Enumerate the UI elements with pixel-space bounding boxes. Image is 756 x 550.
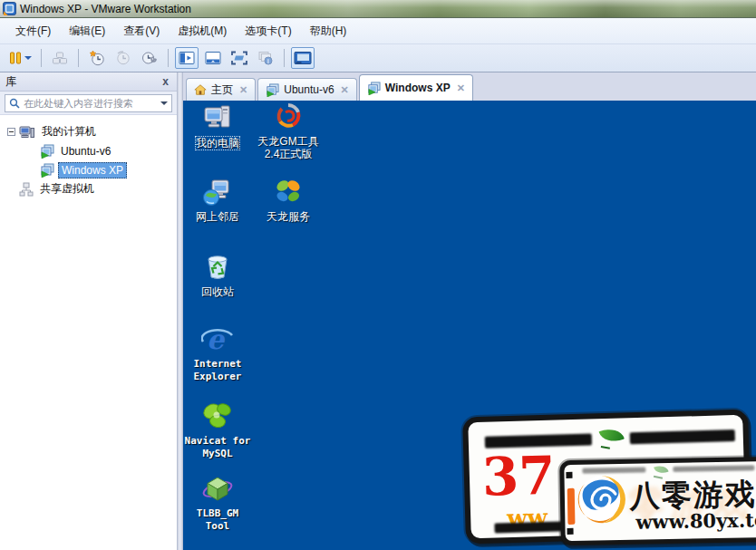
desktop-icon-tianlong-gm-tool[interactable]: 天龙GM工具 2.4正式版: [254, 101, 323, 160]
suspend-icon: [8, 51, 23, 65]
tree-item-label-selected: Windows XP: [58, 162, 127, 179]
toolbar-separator: [168, 49, 169, 67]
console-view-icon: [294, 51, 312, 65]
library-search-box[interactable]: [5, 94, 172, 112]
internet-explorer-icon: e: [201, 323, 234, 355]
menu-view[interactable]: 查看(V): [115, 20, 168, 43]
ctrl-alt-del-icon: [52, 51, 68, 65]
thumbnail-bar-icon: [205, 51, 221, 65]
stamp-mark: [567, 528, 574, 535]
desktop-icon-label: Navicat for MySQL: [185, 435, 251, 460]
watermark-stamp-front: 零游戏 八零游戏 www.80yx.top: [559, 457, 756, 545]
revert-snapshot-button[interactable]: [111, 47, 135, 69]
vm-desktop[interactable]: 我的电脑 天龙GM工具 2.4正式版: [183, 101, 756, 550]
svg-text:i: i: [267, 58, 269, 64]
recycle-bin-icon: [202, 252, 233, 283]
library-header: 库 x: [0, 72, 177, 92]
unity-mode-button[interactable]: i: [254, 47, 277, 69]
menu-vm[interactable]: 虚拟机(M): [170, 20, 235, 43]
menu-help[interactable]: 帮助(H): [302, 20, 355, 43]
power-dropdown-caret[interactable]: [24, 56, 32, 60]
library-search-input[interactable]: [24, 98, 157, 109]
desktop-icon-navicat[interactable]: Navicat for MySQL: [183, 400, 252, 460]
ctrl-alt-del-button[interactable]: [48, 47, 72, 69]
snapshot-manager-icon: [141, 50, 158, 66]
menu-tabs[interactable]: 选项卡(T): [237, 20, 299, 43]
tab-close-icon[interactable]: ✕: [239, 84, 247, 96]
library-close-icon[interactable]: x: [160, 76, 171, 87]
leaf-icon: [654, 463, 668, 476]
desktop-icon-recycle-bin[interactable]: 回收站: [183, 252, 252, 298]
window-titlebar[interactable]: Windows XP - VMware Workstation: [0, 0, 756, 18]
tree-item-windows-xp[interactable]: Windows XP: [0, 160, 177, 179]
redacted-text-bar: [494, 521, 567, 533]
menu-edit[interactable]: 编辑(E): [61, 20, 113, 43]
fullscreen-icon: [231, 51, 247, 65]
tab-close-icon[interactable]: ✕: [457, 82, 465, 94]
library-panel: 库 x: [0, 72, 178, 550]
take-snapshot-icon: [89, 50, 105, 66]
redacted-text-bar: [673, 465, 754, 472]
toolbar: i: [0, 44, 756, 72]
tab-label: Ubuntu-v6: [284, 83, 334, 96]
desktop-icon-label: 网上邻居: [196, 210, 239, 223]
my-computer-icon: [202, 103, 233, 134]
tab-label: Windows XP: [385, 82, 451, 94]
tianlong-service-icon: [273, 177, 304, 207]
library-search-row: [0, 92, 177, 115]
collapse-expander-icon[interactable]: [7, 128, 15, 136]
tab-close-icon[interactable]: ✕: [341, 84, 349, 96]
tab-home[interactable]: 主页 ✕: [186, 78, 256, 101]
menu-bar: 文件(F) 编辑(E) 查看(V) 虚拟机(M) 选项卡(T) 帮助(H): [0, 18, 756, 44]
console-view-button[interactable]: [291, 47, 315, 69]
80yx-logo-icon: [577, 475, 626, 525]
tab-strip: 主页 ✕ Ubuntu-v6 ✕: [183, 72, 756, 101]
revert-snapshot-icon: [115, 50, 131, 66]
tab-windows-xp[interactable]: Windows XP ✕: [359, 74, 473, 101]
vm-area: 主页 ✕ Ubuntu-v6 ✕: [183, 72, 756, 550]
tree-item-label: Ubuntu-v6: [58, 144, 113, 159]
window-title: Windows XP - VMware Workstation: [20, 3, 191, 15]
tab-ubuntu-v6[interactable]: Ubuntu-v6 ✕: [257, 78, 357, 101]
suspend-power-button[interactable]: [5, 47, 34, 69]
desktop-icon-my-computer[interactable]: 我的电脑: [183, 103, 252, 150]
tree-item-my-computer[interactable]: 我的计算机: [0, 122, 177, 141]
library-view-icon: [179, 51, 195, 65]
svg-text:e: e: [207, 323, 226, 355]
tree-item-shared-vms[interactable]: 共享虚拟机: [0, 179, 177, 198]
library-title: 库: [5, 74, 16, 90]
snapshot-manager-button[interactable]: [138, 47, 161, 69]
show-library-view-button[interactable]: [175, 47, 199, 69]
desktop-icon-internet-explorer[interactable]: e Internet Explorer: [183, 323, 252, 383]
search-dropdown-caret[interactable]: [160, 101, 168, 105]
stamp-mark: [566, 472, 572, 478]
desktop-icon-tianlong-service[interactable]: 天龙服务: [254, 177, 323, 223]
toolbar-separator: [41, 49, 42, 67]
unity-mode-icon: i: [257, 51, 274, 65]
fullscreen-button[interactable]: [228, 47, 251, 69]
toolbar-separator: [284, 49, 285, 67]
menu-file[interactable]: 文件(F): [7, 20, 59, 43]
desktop-icon-label: TLBB_GM Tool: [183, 507, 252, 533]
shared-vms-icon: [19, 182, 34, 197]
tree-item-label: 我的计算机: [39, 123, 99, 140]
vmware-logo-icon: [3, 2, 16, 15]
tree-item-ubuntu-v6[interactable]: Ubuntu-v6: [0, 141, 177, 160]
take-snapshot-button[interactable]: [85, 47, 109, 69]
watermark-site-url: www.80yx.top: [635, 508, 756, 534]
desktop-icon-tlbb-gm-tool[interactable]: TLBB_GM Tool: [183, 472, 252, 533]
vmware-workstation-window: Windows XP - VMware Workstation 文件(F) 编辑…: [0, 0, 756, 550]
show-thumbnail-bar-button[interactable]: [201, 47, 225, 69]
desktop-icon-label: Internet Explorer: [194, 358, 242, 383]
redacted-text-bar: [630, 429, 735, 444]
desktop-icon-network-places[interactable]: 网上邻居: [183, 177, 252, 223]
navicat-icon: [201, 400, 234, 432]
my-computer-tree-icon: [19, 125, 35, 140]
network-places-icon: [202, 177, 233, 207]
stamp-orange-bar: [567, 488, 576, 525]
home-icon: [194, 83, 207, 96]
leaf-icon: [599, 424, 625, 446]
vm-icon: [266, 83, 279, 97]
desktop-icon-label: 天龙服务: [267, 210, 310, 223]
watermark-number: 37: [481, 449, 556, 504]
